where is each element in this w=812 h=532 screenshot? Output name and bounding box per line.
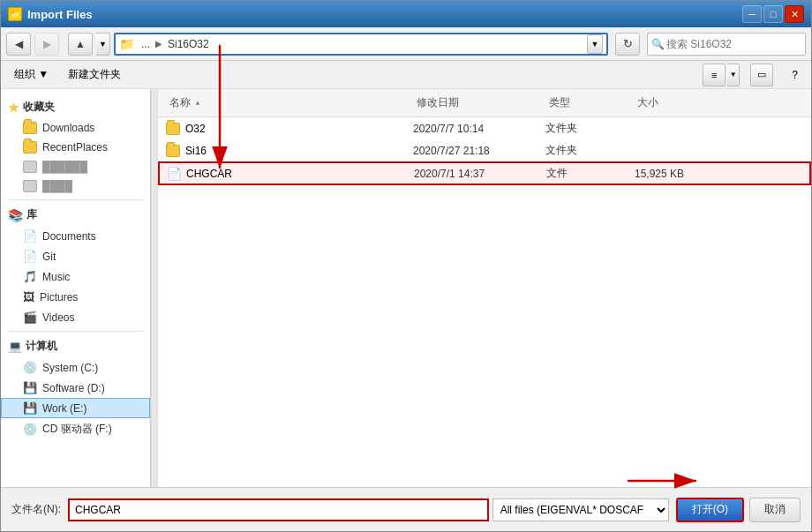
back-button[interactable]: ◀	[6, 33, 31, 56]
preview-button[interactable]: ▭	[750, 64, 773, 86]
cdrom-icon: 💿	[23, 423, 37, 436]
file-type-si16: 文件夹	[545, 143, 634, 158]
cancel-button[interactable]: 取消	[749, 498, 801, 522]
forward-button[interactable]: ▶	[34, 33, 59, 56]
view-list-button[interactable]: ≡	[703, 64, 726, 86]
file-row-chgcar[interactable]: 📄 CHGCAR 2020/7/1 14:37 文件 15,925 KB	[158, 161, 811, 185]
libraries-label: 库	[26, 207, 37, 222]
open-button[interactable]: 打开(O)	[676, 498, 744, 522]
sidebar-item-videos[interactable]: 🎬 Videos	[1, 307, 150, 327]
drive-e-icon: 💾	[23, 401, 37, 415]
bottom-buttons: 打开(O) 取消	[676, 498, 801, 522]
address-dropdown[interactable]: ▼	[587, 34, 603, 54]
close-button[interactable]: ✕	[785, 5, 804, 23]
drive-c-icon: 💿	[23, 361, 37, 374]
file-icon-chgcar: 📄	[167, 167, 181, 181]
file-row-si16[interactable]: Si16 2020/7/27 21:18 文件夹	[158, 139, 811, 161]
sidebar-item-git[interactable]: 📄 Git	[1, 246, 150, 266]
music-label: Music	[42, 271, 70, 283]
address-segment-root[interactable]: ...	[138, 37, 154, 51]
file-date-si16: 2020/7/27 21:18	[413, 145, 545, 157]
minimize-button[interactable]: ─	[742, 5, 762, 23]
computer-label: 计算机	[26, 339, 57, 354]
maximize-button[interactable]: □	[763, 5, 783, 23]
file-column-headers: 名称 ▲ 修改日期 类型 大小	[158, 89, 811, 117]
file-date-chgcar: 2020/7/1 14:37	[414, 168, 546, 180]
col-header-type[interactable]: 类型	[545, 91, 633, 115]
softwared-label: Software (D:)	[42, 382, 105, 394]
unknown-label-2: ████	[42, 180, 72, 192]
sidebar-item-systemc[interactable]: 💿 System (C:)	[1, 357, 150, 378]
sidebar-item-music[interactable]: 🎵 Music	[1, 266, 150, 287]
window-icon: 📁	[8, 7, 22, 21]
computer-section: 💻 计算机 💿 System (C:) 💾 Software (D:) 💾 Wo…	[1, 335, 150, 440]
cdf-label: CD 驱动器 (F:)	[42, 422, 112, 437]
favorites-header[interactable]: ★ 收藏夹	[1, 96, 150, 118]
file-area: 名称 ▲ 修改日期 类型 大小 O32	[158, 89, 811, 487]
bottom-bar: 文件名(N): All files (EIGENVAL* DOSCAF 打开(O…	[1, 487, 811, 531]
sidebar-item-documents[interactable]: 📄 Documents	[1, 226, 150, 246]
unknown-label-1: ██████	[42, 161, 87, 173]
worke-label: Work (E:)	[42, 402, 86, 415]
file-name-si16: Si16	[166, 145, 413, 157]
computer-header[interactable]: 💻 计算机	[1, 335, 150, 357]
music-icon: 🎵	[23, 270, 37, 283]
file-type-o32: 文件夹	[545, 121, 634, 136]
filename-input-wrap: All files (EIGENVAL* DOSCAF	[68, 498, 669, 521]
view-dropdown-button[interactable]: ▼	[727, 64, 740, 86]
search-input[interactable]	[666, 38, 801, 50]
computer-icon: 💻	[8, 340, 22, 353]
search-box: 🔍	[647, 33, 806, 56]
sidebar-item-pictures[interactable]: 🖼 Pictures	[1, 287, 150, 307]
file-row-o32[interactable]: O32 2020/7/7 10:14 文件夹	[158, 117, 811, 139]
view-buttons: ≡ ▼	[703, 64, 740, 86]
help-button[interactable]: ?	[784, 64, 806, 86]
library-icon: 📚	[8, 208, 23, 222]
pictures-icon: 🖼	[23, 290, 34, 303]
libraries-section: 📚 库 📄 Documents 📄 Git 🎵 Music 🖼 P	[1, 204, 150, 327]
title-bar-left: 📁 Import Files	[8, 7, 93, 21]
favorites-section: ★ 收藏夹 Downloads RecentPlaces ██████	[1, 96, 150, 196]
unknown-icon-2	[23, 180, 37, 192]
sidebar-item-cdf[interactable]: 💿 CD 驱动器 (F:)	[1, 418, 150, 440]
sidebar-item-recentplaces[interactable]: RecentPlaces	[1, 138, 150, 157]
documents-icon: 📄	[23, 229, 37, 243]
folder-icon-si16	[166, 145, 180, 157]
organize-button[interactable]: 组织 ▼	[6, 64, 56, 86]
up-button[interactable]: ▲	[68, 33, 93, 56]
nav-bar: ◀ ▶ ▲ ▼ 📁 ... ▶ Si16O32 ▼ ↻ 🔍	[1, 27, 811, 61]
folder-icon-downloads	[23, 122, 37, 134]
file-size-chgcar: 15,925 KB	[635, 168, 802, 180]
refresh-button[interactable]: ↻	[615, 33, 640, 56]
col-header-name[interactable]: 名称 ▲	[165, 91, 412, 115]
libraries-divider	[8, 331, 143, 332]
videos-icon: 🎬	[23, 311, 37, 324]
col-header-size[interactable]: 大小	[633, 91, 804, 115]
file-type-chgcar: 文件	[546, 166, 635, 181]
sidebar-item-downloads[interactable]: Downloads	[1, 118, 150, 138]
favorites-divider	[8, 199, 143, 200]
downloads-label: Downloads	[42, 122, 94, 134]
address-segment-current[interactable]: Si16O32	[164, 37, 213, 51]
filetype-select[interactable]: All files (EIGENVAL* DOSCAF	[492, 498, 669, 521]
sidebar-item-worke[interactable]: 💾 Work (E:)	[1, 398, 150, 418]
filename-label: 文件名(N):	[11, 502, 61, 517]
folder-icon-recent	[23, 141, 37, 154]
nav-dropdown[interactable]: ▼	[96, 33, 110, 56]
window-title: Import Files	[27, 8, 93, 21]
sidebar-item-softwared[interactable]: 💾 Software (D:)	[1, 378, 150, 398]
git-icon: 📄	[23, 250, 37, 263]
unknown-icon-1	[23, 161, 37, 173]
col-header-date[interactable]: 修改日期	[412, 91, 545, 115]
drive-d-icon: 💾	[23, 381, 37, 394]
libraries-header[interactable]: 📚 库	[1, 204, 150, 226]
sidebar-item-unknown1[interactable]: ██████	[1, 157, 150, 176]
systemc-label: System (C:)	[42, 362, 98, 374]
git-label: Git	[42, 251, 56, 263]
sort-arrow: ▲	[194, 99, 201, 107]
recentplaces-label: RecentPlaces	[42, 141, 108, 154]
new-folder-button[interactable]: 新建文件夹	[60, 64, 129, 86]
videos-label: Videos	[42, 311, 74, 324]
sidebar-item-unknown2[interactable]: ████	[1, 176, 150, 196]
filename-input[interactable]	[68, 498, 489, 521]
